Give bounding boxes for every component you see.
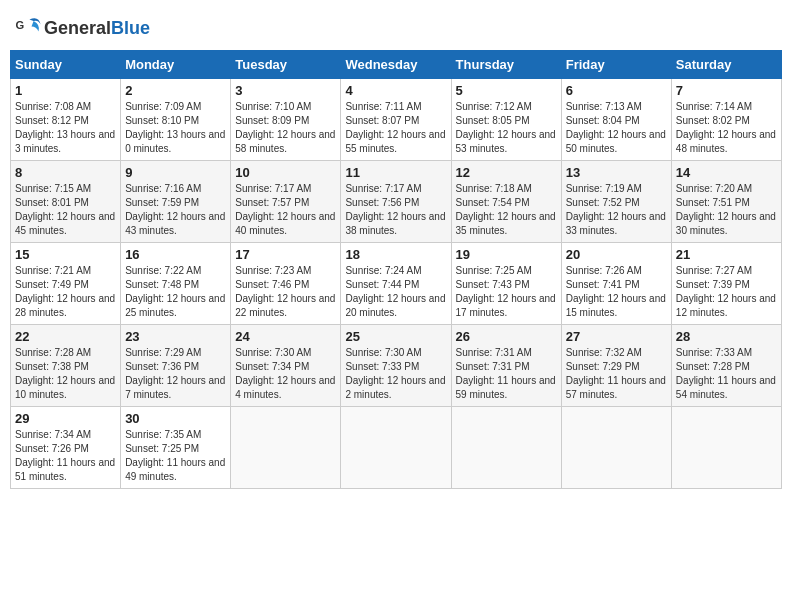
calendar-cell: 17 Sunrise: 7:23 AM Sunset: 7:46 PM Dayl… bbox=[231, 243, 341, 325]
calendar-cell: 3 Sunrise: 7:10 AM Sunset: 8:09 PM Dayli… bbox=[231, 79, 341, 161]
calendar-cell: 26 Sunrise: 7:31 AM Sunset: 7:31 PM Dayl… bbox=[451, 325, 561, 407]
calendar-cell: 18 Sunrise: 7:24 AM Sunset: 7:44 PM Dayl… bbox=[341, 243, 451, 325]
calendar-cell: 13 Sunrise: 7:19 AM Sunset: 7:52 PM Dayl… bbox=[561, 161, 671, 243]
day-number: 23 bbox=[125, 329, 226, 344]
day-number: 16 bbox=[125, 247, 226, 262]
calendar-week-row: 15 Sunrise: 7:21 AM Sunset: 7:49 PM Dayl… bbox=[11, 243, 782, 325]
day-info: Sunrise: 7:16 AM Sunset: 7:59 PM Dayligh… bbox=[125, 182, 226, 238]
day-number: 13 bbox=[566, 165, 667, 180]
day-info: Sunrise: 7:28 AM Sunset: 7:38 PM Dayligh… bbox=[15, 346, 116, 402]
day-info: Sunrise: 7:30 AM Sunset: 7:34 PM Dayligh… bbox=[235, 346, 336, 402]
day-number: 7 bbox=[676, 83, 777, 98]
day-info: Sunrise: 7:29 AM Sunset: 7:36 PM Dayligh… bbox=[125, 346, 226, 402]
day-info: Sunrise: 7:27 AM Sunset: 7:39 PM Dayligh… bbox=[676, 264, 777, 320]
generalblue-logo-icon: G bbox=[14, 14, 42, 42]
calendar-cell: 6 Sunrise: 7:13 AM Sunset: 8:04 PM Dayli… bbox=[561, 79, 671, 161]
calendar-week-row: 22 Sunrise: 7:28 AM Sunset: 7:38 PM Dayl… bbox=[11, 325, 782, 407]
day-number: 1 bbox=[15, 83, 116, 98]
calendar-cell: 23 Sunrise: 7:29 AM Sunset: 7:36 PM Dayl… bbox=[121, 325, 231, 407]
day-number: 6 bbox=[566, 83, 667, 98]
calendar-cell: 2 Sunrise: 7:09 AM Sunset: 8:10 PM Dayli… bbox=[121, 79, 231, 161]
day-info: Sunrise: 7:13 AM Sunset: 8:04 PM Dayligh… bbox=[566, 100, 667, 156]
day-info: Sunrise: 7:17 AM Sunset: 7:57 PM Dayligh… bbox=[235, 182, 336, 238]
day-number: 15 bbox=[15, 247, 116, 262]
calendar-cell: 10 Sunrise: 7:17 AM Sunset: 7:57 PM Dayl… bbox=[231, 161, 341, 243]
day-info: Sunrise: 7:32 AM Sunset: 7:29 PM Dayligh… bbox=[566, 346, 667, 402]
day-number: 20 bbox=[566, 247, 667, 262]
calendar-cell: 12 Sunrise: 7:18 AM Sunset: 7:54 PM Dayl… bbox=[451, 161, 561, 243]
day-info: Sunrise: 7:15 AM Sunset: 8:01 PM Dayligh… bbox=[15, 182, 116, 238]
calendar-cell: 15 Sunrise: 7:21 AM Sunset: 7:49 PM Dayl… bbox=[11, 243, 121, 325]
day-number: 24 bbox=[235, 329, 336, 344]
weekday-header-sunday: Sunday bbox=[11, 51, 121, 79]
weekday-header-thursday: Thursday bbox=[451, 51, 561, 79]
calendar-cell: 24 Sunrise: 7:30 AM Sunset: 7:34 PM Dayl… bbox=[231, 325, 341, 407]
calendar-cell: 8 Sunrise: 7:15 AM Sunset: 8:01 PM Dayli… bbox=[11, 161, 121, 243]
day-number: 29 bbox=[15, 411, 116, 426]
day-info: Sunrise: 7:18 AM Sunset: 7:54 PM Dayligh… bbox=[456, 182, 557, 238]
day-info: Sunrise: 7:21 AM Sunset: 7:49 PM Dayligh… bbox=[15, 264, 116, 320]
day-number: 18 bbox=[345, 247, 446, 262]
day-number: 3 bbox=[235, 83, 336, 98]
calendar-cell: 1 Sunrise: 7:08 AM Sunset: 8:12 PM Dayli… bbox=[11, 79, 121, 161]
day-number: 8 bbox=[15, 165, 116, 180]
day-info: Sunrise: 7:25 AM Sunset: 7:43 PM Dayligh… bbox=[456, 264, 557, 320]
day-number: 10 bbox=[235, 165, 336, 180]
day-number: 19 bbox=[456, 247, 557, 262]
calendar-cell: 19 Sunrise: 7:25 AM Sunset: 7:43 PM Dayl… bbox=[451, 243, 561, 325]
day-info: Sunrise: 7:20 AM Sunset: 7:51 PM Dayligh… bbox=[676, 182, 777, 238]
day-info: Sunrise: 7:14 AM Sunset: 8:02 PM Dayligh… bbox=[676, 100, 777, 156]
header: G GeneralBlue bbox=[10, 10, 782, 42]
day-info: Sunrise: 7:30 AM Sunset: 7:33 PM Dayligh… bbox=[345, 346, 446, 402]
day-info: Sunrise: 7:17 AM Sunset: 7:56 PM Dayligh… bbox=[345, 182, 446, 238]
day-info: Sunrise: 7:09 AM Sunset: 8:10 PM Dayligh… bbox=[125, 100, 226, 156]
calendar-cell bbox=[341, 407, 451, 489]
day-number: 27 bbox=[566, 329, 667, 344]
logo-general: General bbox=[44, 18, 111, 38]
svg-text:G: G bbox=[15, 19, 24, 31]
day-number: 2 bbox=[125, 83, 226, 98]
calendar-cell: 5 Sunrise: 7:12 AM Sunset: 8:05 PM Dayli… bbox=[451, 79, 561, 161]
day-info: Sunrise: 7:26 AM Sunset: 7:41 PM Dayligh… bbox=[566, 264, 667, 320]
day-number: 9 bbox=[125, 165, 226, 180]
weekday-header-tuesday: Tuesday bbox=[231, 51, 341, 79]
calendar-cell: 9 Sunrise: 7:16 AM Sunset: 7:59 PM Dayli… bbox=[121, 161, 231, 243]
weekday-header-saturday: Saturday bbox=[671, 51, 781, 79]
weekday-header-monday: Monday bbox=[121, 51, 231, 79]
day-number: 21 bbox=[676, 247, 777, 262]
logo-blue: Blue bbox=[111, 18, 150, 38]
calendar-week-row: 8 Sunrise: 7:15 AM Sunset: 8:01 PM Dayli… bbox=[11, 161, 782, 243]
calendar-cell: 27 Sunrise: 7:32 AM Sunset: 7:29 PM Dayl… bbox=[561, 325, 671, 407]
calendar-cell: 4 Sunrise: 7:11 AM Sunset: 8:07 PM Dayli… bbox=[341, 79, 451, 161]
day-number: 17 bbox=[235, 247, 336, 262]
calendar-cell: 14 Sunrise: 7:20 AM Sunset: 7:51 PM Dayl… bbox=[671, 161, 781, 243]
calendar-cell bbox=[231, 407, 341, 489]
day-info: Sunrise: 7:23 AM Sunset: 7:46 PM Dayligh… bbox=[235, 264, 336, 320]
day-info: Sunrise: 7:35 AM Sunset: 7:25 PM Dayligh… bbox=[125, 428, 226, 484]
day-number: 22 bbox=[15, 329, 116, 344]
calendar-week-row: 1 Sunrise: 7:08 AM Sunset: 8:12 PM Dayli… bbox=[11, 79, 782, 161]
logo: G GeneralBlue bbox=[14, 14, 150, 42]
day-info: Sunrise: 7:31 AM Sunset: 7:31 PM Dayligh… bbox=[456, 346, 557, 402]
day-info: Sunrise: 7:34 AM Sunset: 7:26 PM Dayligh… bbox=[15, 428, 116, 484]
day-info: Sunrise: 7:11 AM Sunset: 8:07 PM Dayligh… bbox=[345, 100, 446, 156]
calendar-cell bbox=[451, 407, 561, 489]
calendar-cell: 30 Sunrise: 7:35 AM Sunset: 7:25 PM Dayl… bbox=[121, 407, 231, 489]
calendar-table: SundayMondayTuesdayWednesdayThursdayFrid… bbox=[10, 50, 782, 489]
calendar-cell: 28 Sunrise: 7:33 AM Sunset: 7:28 PM Dayl… bbox=[671, 325, 781, 407]
calendar-cell: 29 Sunrise: 7:34 AM Sunset: 7:26 PM Dayl… bbox=[11, 407, 121, 489]
calendar-cell: 20 Sunrise: 7:26 AM Sunset: 7:41 PM Dayl… bbox=[561, 243, 671, 325]
day-number: 26 bbox=[456, 329, 557, 344]
calendar-week-row: 29 Sunrise: 7:34 AM Sunset: 7:26 PM Dayl… bbox=[11, 407, 782, 489]
weekday-header-wednesday: Wednesday bbox=[341, 51, 451, 79]
day-info: Sunrise: 7:12 AM Sunset: 8:05 PM Dayligh… bbox=[456, 100, 557, 156]
calendar-cell: 22 Sunrise: 7:28 AM Sunset: 7:38 PM Dayl… bbox=[11, 325, 121, 407]
day-number: 12 bbox=[456, 165, 557, 180]
day-number: 11 bbox=[345, 165, 446, 180]
calendar-cell: 7 Sunrise: 7:14 AM Sunset: 8:02 PM Dayli… bbox=[671, 79, 781, 161]
day-info: Sunrise: 7:33 AM Sunset: 7:28 PM Dayligh… bbox=[676, 346, 777, 402]
calendar-cell: 25 Sunrise: 7:30 AM Sunset: 7:33 PM Dayl… bbox=[341, 325, 451, 407]
day-number: 28 bbox=[676, 329, 777, 344]
day-number: 30 bbox=[125, 411, 226, 426]
calendar-cell bbox=[671, 407, 781, 489]
